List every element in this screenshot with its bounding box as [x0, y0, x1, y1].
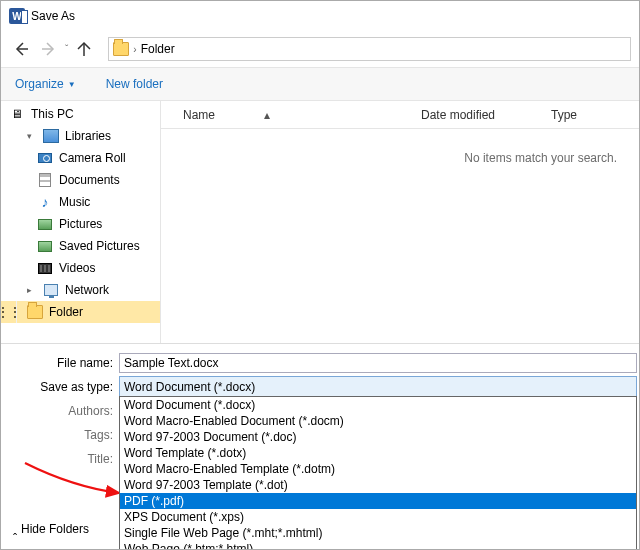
tree-label: Network: [65, 283, 109, 297]
music-icon: [37, 194, 53, 210]
column-name[interactable]: Name: [183, 108, 215, 122]
filename-label: File name:: [1, 356, 119, 370]
breadcrumb-folder[interactable]: Folder: [141, 42, 175, 56]
window-title: Save As: [31, 9, 75, 23]
tree-label: Videos: [59, 261, 95, 275]
nav-forward-button[interactable]: [37, 37, 61, 61]
folder-icon: [27, 305, 43, 319]
address-bar[interactable]: › Folder: [108, 37, 631, 61]
tree-item-music[interactable]: Music: [1, 191, 160, 213]
dropdown-option[interactable]: Word Template (*.dotx): [120, 445, 636, 461]
column-date[interactable]: Date modified: [421, 108, 551, 122]
hide-folders-button[interactable]: ˇ Hide Folders: [13, 522, 89, 536]
tree-item-videos[interactable]: Videos: [1, 257, 160, 279]
authors-label: Authors:: [1, 404, 119, 418]
pictures-icon: [38, 219, 52, 230]
metadata-block: Authors: Tags: Title:: [1, 400, 119, 472]
tree-label: Libraries: [65, 129, 111, 143]
pc-icon: [9, 106, 25, 122]
organize-label: Organize: [15, 77, 64, 91]
dropdown-option[interactable]: Word 97-2003 Document (*.doc): [120, 429, 636, 445]
hide-folders-label: Hide Folders: [21, 522, 89, 536]
tags-label: Tags:: [1, 428, 119, 442]
recent-locations-dropdown[interactable]: ˇ: [65, 44, 68, 55]
libraries-icon: [43, 129, 59, 143]
tree-item-folder[interactable]: ⋮⋮ Folder: [1, 301, 160, 323]
tree-label: Pictures: [59, 217, 102, 231]
saveastype-combo[interactable]: Word Document (*.docx): [119, 376, 637, 398]
nav-bar: ˇ › Folder: [1, 31, 639, 67]
saveastype-value: Word Document (*.docx): [124, 380, 255, 394]
dropdown-option[interactable]: Word Document (*.docx): [120, 397, 636, 413]
tree-item-pictures[interactable]: Pictures: [1, 213, 160, 235]
content-pane: Name ▴ Date modified Type No items match…: [161, 101, 639, 343]
form-area: File name: Save as type: Word Document (…: [1, 344, 639, 398]
nav-back-button[interactable]: [9, 37, 33, 61]
dropdown-option[interactable]: Word Macro-Enabled Document (*.docm): [120, 413, 636, 429]
network-icon: [44, 284, 58, 296]
main-area: This PC ▾Libraries Camera Roll Documents…: [1, 101, 639, 343]
dropdown-option[interactable]: PDF (*.pdf): [120, 493, 636, 509]
dropdown-option[interactable]: Word Macro-Enabled Template (*.dotm): [120, 461, 636, 477]
tree-label: Camera Roll: [59, 151, 126, 165]
camera-icon: [38, 153, 52, 163]
sidebar: This PC ▾Libraries Camera Roll Documents…: [1, 101, 161, 343]
drag-handle[interactable]: ⋮⋮: [1, 301, 17, 323]
column-headers: Name ▴ Date modified Type: [161, 101, 639, 129]
folder-icon: [113, 42, 129, 56]
tree-item-libraries[interactable]: ▾Libraries: [1, 125, 160, 147]
dropdown-option[interactable]: XPS Document (*.xps): [120, 509, 636, 525]
toolbar: Organize ▼ New folder: [1, 67, 639, 101]
expand-icon[interactable]: ▸: [21, 282, 37, 298]
tree-item-this-pc[interactable]: This PC: [1, 103, 160, 125]
tree-item-documents[interactable]: Documents: [1, 169, 160, 191]
title-bar: W Save As: [1, 1, 639, 31]
filename-input[interactable]: [119, 353, 637, 373]
tree-label: This PC: [31, 107, 74, 121]
sort-indicator-icon: ▴: [255, 108, 279, 122]
tree-label: Saved Pictures: [59, 239, 140, 253]
dropdown-option[interactable]: Single File Web Page (*.mht;*.mhtml): [120, 525, 636, 541]
chevron-up-icon: ˇ: [13, 522, 17, 536]
chevron-right-icon: ›: [133, 44, 136, 55]
tree-item-saved-pictures[interactable]: Saved Pictures: [1, 235, 160, 257]
saveastype-dropdown[interactable]: Word Document (*.docx)Word Macro-Enabled…: [119, 396, 637, 550]
pictures-icon: [38, 241, 52, 252]
empty-message: No items match your search.: [161, 129, 639, 165]
expand-icon[interactable]: ▾: [21, 128, 37, 144]
tree-item-network[interactable]: ▸Network: [1, 279, 160, 301]
document-icon: [39, 173, 51, 187]
new-folder-button[interactable]: New folder: [106, 77, 163, 91]
dropdown-option[interactable]: Web Page (*.htm;*.html): [120, 541, 636, 550]
tree-item-camera-roll[interactable]: Camera Roll: [1, 147, 160, 169]
tree-label: Documents: [59, 173, 120, 187]
tree-label: Music: [59, 195, 90, 209]
column-type[interactable]: Type: [551, 108, 639, 122]
organize-button[interactable]: Organize ▼: [15, 77, 76, 91]
title-label: Title:: [1, 452, 119, 466]
word-icon: W: [9, 8, 25, 24]
saveastype-label: Save as type:: [1, 380, 119, 394]
nav-up-button[interactable]: [72, 37, 96, 61]
chevron-down-icon: ▼: [68, 80, 76, 89]
videos-icon: [38, 263, 52, 274]
tree-label: Folder: [49, 305, 83, 319]
dropdown-option[interactable]: Word 97-2003 Template (*.dot): [120, 477, 636, 493]
